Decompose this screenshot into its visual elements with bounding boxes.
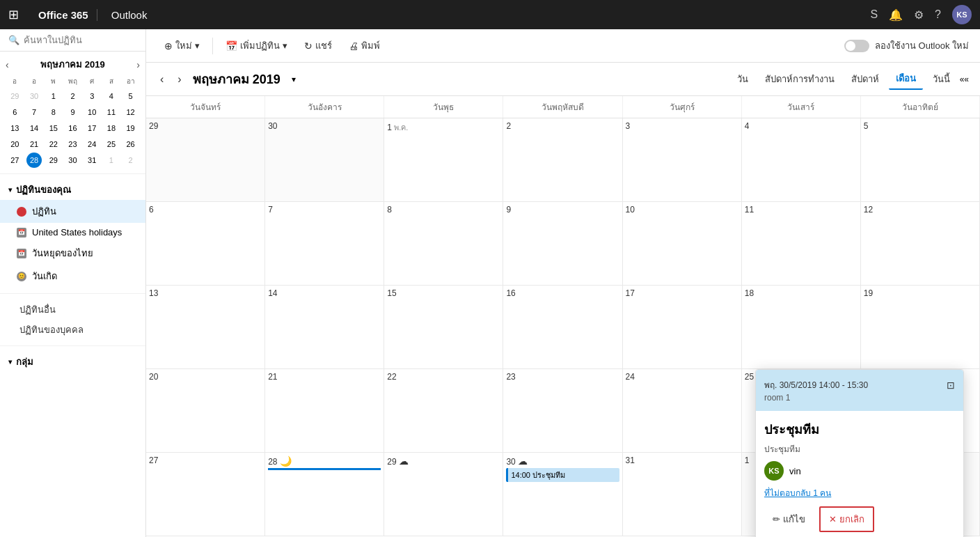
- mini-cal-day[interactable]: 15: [46, 120, 61, 136]
- cal-cell[interactable]: 3: [623, 118, 742, 202]
- mini-cal-day[interactable]: 4: [104, 88, 119, 104]
- mini-cal-day[interactable]: 1: [104, 153, 119, 168]
- cal-cell[interactable]: 20: [146, 369, 265, 453]
- cal-cell[interactable]: 4: [742, 118, 861, 202]
- dropdown-arrow[interactable]: ▾: [195, 40, 200, 51]
- group-header[interactable]: ▾ กลุ่ม: [0, 352, 145, 372]
- month-dropdown-arrow[interactable]: ▾: [292, 75, 296, 84]
- popup-response[interactable]: ที่ไม่ตอบกลับ 1 คน: [764, 486, 955, 499]
- cal-cell[interactable]: 15: [384, 286, 503, 369]
- sidebar-item-birthday[interactable]: 😊 วันเกิด: [0, 265, 145, 288]
- view-week-button[interactable]: สัปดาห์: [844, 69, 886, 89]
- cal-cell[interactable]: 8: [384, 202, 503, 286]
- mini-cal-day[interactable]: 30: [65, 153, 80, 168]
- avatar[interactable]: KS: [952, 5, 972, 24]
- cal-cell[interactable]: 16: [503, 286, 622, 369]
- cal-cell[interactable]: 31: [623, 453, 742, 536]
- cal-cell[interactable]: 18: [742, 286, 861, 369]
- collapse-icon[interactable]: ««: [960, 75, 969, 84]
- cal-cell[interactable]: 1 พ.ค.: [384, 118, 503, 202]
- search-input[interactable]: [24, 35, 137, 45]
- settings-icon[interactable]: ⚙: [914, 8, 924, 22]
- mini-cal-day[interactable]: 26: [123, 137, 139, 152]
- calendar-event-team-meeting[interactable]: 14:00 ประชุมทีม: [506, 468, 619, 482]
- cal-cell[interactable]: 22: [384, 369, 503, 453]
- mini-cal-day[interactable]: 11: [104, 104, 119, 120]
- cal-cell[interactable]: 14: [265, 286, 384, 369]
- notification-icon[interactable]: 🔔: [889, 8, 903, 22]
- skype-icon[interactable]: S: [870, 8, 878, 21]
- mini-cal-day[interactable]: 29: [7, 88, 22, 104]
- sidebar-item-thai-holidays[interactable]: 📅 วันหยุดของไทย: [0, 242, 145, 265]
- mini-cal-day[interactable]: 22: [46, 137, 61, 152]
- mini-cal-day-today[interactable]: 28: [26, 153, 42, 168]
- help-icon[interactable]: ?: [935, 8, 941, 21]
- mini-cal-day[interactable]: 19: [123, 120, 139, 136]
- cal-cell[interactable]: 12: [861, 202, 980, 286]
- cal-cell[interactable]: 2: [503, 118, 622, 202]
- cal-cell[interactable]: 27: [146, 453, 265, 536]
- mini-cal-day[interactable]: 16: [65, 120, 80, 136]
- edit-button[interactable]: ✏ แก้ไข: [764, 508, 814, 531]
- expand-icon[interactable]: ⊡: [947, 380, 955, 391]
- view-today-button[interactable]: วันนี้: [926, 69, 957, 89]
- mini-cal-day[interactable]: 27: [7, 153, 22, 168]
- view-day-button[interactable]: วัน: [730, 69, 755, 89]
- new-button[interactable]: ⊕ ใหม่ ▾: [157, 34, 207, 57]
- mini-cal-day[interactable]: 29: [46, 153, 61, 168]
- mini-cal-day[interactable]: 10: [84, 104, 100, 120]
- cal-cell[interactable]: 11: [742, 202, 861, 286]
- mini-cal-next[interactable]: ›: [136, 59, 140, 70]
- cal-cell[interactable]: 29: [146, 118, 265, 202]
- mini-cal-day[interactable]: 6: [7, 104, 22, 120]
- cal-cell[interactable]: 5: [861, 118, 980, 202]
- share-button[interactable]: ↻ แชร์: [297, 34, 339, 57]
- print-button[interactable]: 🖨 พิมพ์: [342, 34, 387, 57]
- cal-cell[interactable]: 21: [265, 369, 384, 453]
- mini-cal-day[interactable]: 31: [84, 153, 100, 168]
- mini-cal-day[interactable]: 14: [26, 120, 42, 136]
- view-month-button[interactable]: เดือน: [889, 68, 923, 90]
- mini-cal-day[interactable]: 25: [104, 137, 119, 152]
- other-cal-label[interactable]: ปฏิทินอื่น: [0, 299, 145, 320]
- cal-cell[interactable]: 23: [503, 369, 622, 453]
- mini-cal-day[interactable]: 7: [26, 104, 42, 120]
- cal-cell[interactable]: 30: [265, 118, 384, 202]
- sidebar-item-calendar[interactable]: ปฏิทิน: [0, 200, 145, 223]
- mini-cal-day[interactable]: 2: [123, 153, 139, 168]
- view-workweek-button[interactable]: สัปดาห์การทำงาน: [758, 69, 841, 89]
- cal-cell[interactable]: 9: [503, 202, 622, 286]
- mini-cal-day[interactable]: 17: [84, 120, 100, 136]
- mini-cal-day[interactable]: 18: [104, 120, 119, 136]
- cal-cell[interactable]: 10: [623, 202, 742, 286]
- sidebar-item-us-holidays[interactable]: 📅 United States holidays: [0, 223, 145, 242]
- cal-cell[interactable]: 17: [623, 286, 742, 369]
- mini-cal-day[interactable]: 8: [46, 104, 61, 120]
- waffle-icon[interactable]: ⊞: [8, 7, 19, 22]
- cal-cell[interactable]: 13: [146, 286, 265, 369]
- mini-cal-day[interactable]: 30: [26, 88, 42, 104]
- mini-cal-day[interactable]: 5: [123, 88, 139, 104]
- cal-cell-today[interactable]: 28 🌙: [265, 453, 384, 536]
- cancel-event-button[interactable]: ✕ ยกเลิก: [819, 506, 874, 532]
- mini-cal-day[interactable]: 3: [84, 88, 100, 104]
- cal-cell[interactable]: 7: [265, 202, 384, 286]
- cal-next-button[interactable]: ›: [175, 70, 184, 88]
- people-cal-label[interactable]: ปฏิทินของบุคคล: [0, 320, 145, 340]
- mini-cal-day[interactable]: 1: [46, 88, 61, 104]
- mini-cal-day[interactable]: 13: [7, 120, 22, 136]
- add-calendar-button[interactable]: 📅 เพิ่มปฏิทิน ▾: [219, 34, 294, 57]
- mini-cal-day[interactable]: 2: [65, 88, 80, 104]
- mini-cal-day[interactable]: 12: [123, 104, 139, 120]
- cal-prev-button[interactable]: ‹: [157, 70, 166, 88]
- mini-cal-day[interactable]: 23: [65, 137, 80, 152]
- cal-cell[interactable]: 19: [861, 286, 980, 369]
- cal-cell[interactable]: 29 ☁: [384, 453, 503, 536]
- my-calendars-header[interactable]: ▾ ปฏิทินของคุณ: [0, 180, 145, 200]
- mini-cal-day[interactable]: 9: [65, 104, 80, 120]
- cal-cell[interactable]: 24: [623, 369, 742, 453]
- cal-cell[interactable]: 6: [146, 202, 265, 286]
- mini-cal-day[interactable]: 21: [26, 137, 42, 152]
- dropdown-arrow[interactable]: ▾: [283, 40, 287, 51]
- cal-cell-30[interactable]: 30 ☁ 14:00 ประชุมทีม: [503, 453, 622, 536]
